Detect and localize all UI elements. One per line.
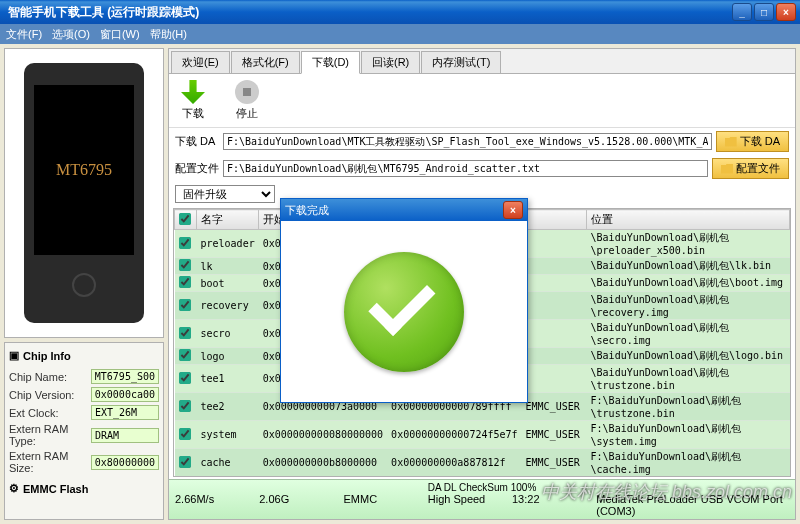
success-check-icon [344, 252, 464, 372]
scatter-browse-button[interactable]: 配置文件 [712, 158, 789, 179]
ram-size-value: 0x80000000 [91, 455, 159, 470]
ram-type-value: DRAM [91, 428, 159, 443]
tab-readback[interactable]: 回读(R) [361, 51, 420, 73]
row-checkbox[interactable] [179, 372, 191, 384]
emmc-flash-title: ⚙ EMMC Flash [9, 480, 159, 499]
row-type [522, 292, 587, 320]
tab-download[interactable]: 下载(D) [301, 51, 360, 74]
row-end: 0x00000000000724f5e7f [387, 421, 521, 449]
row-type [522, 275, 587, 292]
row-type [522, 365, 587, 393]
scatter-path-input[interactable] [223, 160, 708, 177]
phone-preview: MT6795 [4, 48, 164, 338]
chip-version-value: 0x0000ca00 [91, 387, 159, 402]
da-browse-button[interactable]: 下载 DA [716, 131, 789, 152]
row-path: F:\BaiduYunDownload\刷机包\cache.img [587, 449, 790, 477]
phone-model-label: MT6795 [34, 85, 134, 255]
table-row[interactable]: cache 0x000000000b8000000 0x000000000a88… [175, 449, 790, 477]
dialog-close-button[interactable]: × [503, 201, 523, 219]
row-type: EMMC_USER [522, 477, 587, 478]
row-type [522, 258, 587, 275]
status-storage: EMMC [344, 493, 408, 517]
row-addr: 0x000000000080000000 [259, 421, 387, 449]
row-name: secro [197, 320, 259, 348]
ext-clock-value: EXT_26M [91, 405, 159, 420]
select-all-checkbox[interactable] [179, 213, 191, 225]
row-checkbox[interactable] [179, 327, 191, 339]
row-end: 0x000000000acafc6587 [387, 477, 521, 478]
menu-bar: 文件(F) 选项(O) 窗口(W) 帮助(H) [0, 24, 800, 44]
stop-button[interactable]: 停止 [235, 80, 259, 121]
row-name: tee2 [197, 393, 259, 421]
row-path: \BaiduYunDownload\刷机包\boot.img [587, 275, 790, 292]
status-port: MediaTek PreLoader USB VCOM Port (COM3) [596, 493, 789, 517]
maximize-button[interactable]: □ [754, 3, 774, 21]
row-type [522, 348, 587, 365]
row-path: F:\BaiduYunDownload\刷机包\trustzone.bin [587, 393, 790, 421]
row-path: \BaiduYunDownload\刷机包\secro.img [587, 320, 790, 348]
status-time: 13:22 [512, 493, 576, 517]
row-addr: 0x000000000b8000000 [259, 449, 387, 477]
row-name: system [197, 421, 259, 449]
status-size: 2.06G [259, 493, 323, 517]
row-checkbox[interactable] [179, 400, 191, 412]
row-path: F:\BaiduYunDownload\刷机包\userdata.img [587, 477, 790, 478]
row-name: tee1 [197, 365, 259, 393]
phone-home-icon [72, 273, 96, 297]
row-name: boot [197, 275, 259, 292]
menu-help[interactable]: 帮助(H) [150, 27, 187, 42]
row-name: preloader [197, 230, 259, 258]
status-speed: 2.66M/s [175, 493, 239, 517]
minimize-button[interactable]: _ [732, 3, 752, 21]
tab-welcome[interactable]: 欢迎(E) [171, 51, 230, 73]
row-path: \BaiduYunDownload\刷机包\recovery.img [587, 292, 790, 320]
row-path: \BaiduYunDownload\刷机包\preloader_x500.bin [587, 230, 790, 258]
chip-info-panel: ▣ Chip Info Chip Name:MT6795_S00 Chip Ve… [4, 342, 164, 520]
row-name: lk [197, 258, 259, 275]
row-end: 0x000000000a887812f [387, 449, 521, 477]
da-path-label: 下载 DA [175, 134, 219, 149]
download-button[interactable]: 下载 [181, 80, 205, 121]
dialog-title: 下载完成 [285, 203, 501, 218]
row-path: \BaiduYunDownload\刷机包\lk.bin [587, 258, 790, 275]
tab-format[interactable]: 格式化(F) [231, 51, 300, 73]
row-name: recovery [197, 292, 259, 320]
da-path-input[interactable] [223, 133, 712, 150]
status-bar: DA DL CheckSum 100% 2.66M/s 2.06G EMMC H… [169, 479, 795, 519]
menu-options[interactable]: 选项(O) [52, 27, 90, 42]
table-row[interactable]: system 0x000000000080000000 0x0000000000… [175, 421, 790, 449]
menu-window[interactable]: 窗口(W) [100, 27, 140, 42]
row-name: logo [197, 348, 259, 365]
download-complete-dialog: 下载完成 × [280, 198, 528, 403]
window-titlebar: 智能手机下载工具 (运行时跟踪模式) _ □ × [0, 0, 800, 24]
row-checkbox[interactable] [179, 259, 191, 271]
row-checkbox[interactable] [179, 299, 191, 311]
row-name: cache [197, 449, 259, 477]
tab-strip: 欢迎(E) 格式化(F) 下载(D) 回读(R) 内存测试(T) [169, 49, 795, 74]
tab-memtest[interactable]: 内存测试(T) [421, 51, 501, 73]
folder-icon [725, 137, 737, 147]
mode-select[interactable]: 固件升级 [175, 185, 275, 203]
status-mode: High Speed [428, 493, 492, 517]
stop-icon [235, 80, 259, 104]
menu-file[interactable]: 文件(F) [6, 27, 42, 42]
row-addr: 0x000000000c2800000 [259, 477, 387, 478]
row-path: \BaiduYunDownload\刷机包\trustzone.bin [587, 365, 790, 393]
row-checkbox[interactable] [179, 349, 191, 361]
row-name: userdata [197, 477, 259, 478]
scatter-path-label: 配置文件 [175, 161, 219, 176]
download-arrow-icon [181, 80, 205, 104]
row-path: F:\BaiduYunDownload\刷机包\system.img [587, 421, 790, 449]
row-path: \BaiduYunDownload\刷机包\logo.bin [587, 348, 790, 365]
status-checksum: DA DL CheckSum 100% [175, 482, 789, 493]
chip-info-title: ▣ Chip Info [9, 347, 159, 366]
row-checkbox[interactable] [179, 237, 191, 249]
row-type [522, 230, 587, 258]
window-title: 智能手机下载工具 (运行时跟踪模式) [4, 4, 730, 21]
folder-icon [721, 164, 733, 174]
row-checkbox[interactable] [179, 456, 191, 468]
row-checkbox[interactable] [179, 276, 191, 288]
row-checkbox[interactable] [179, 428, 191, 440]
close-button[interactable]: × [776, 3, 796, 21]
table-row[interactable]: userdata 0x000000000c2800000 0x000000000… [175, 477, 790, 478]
